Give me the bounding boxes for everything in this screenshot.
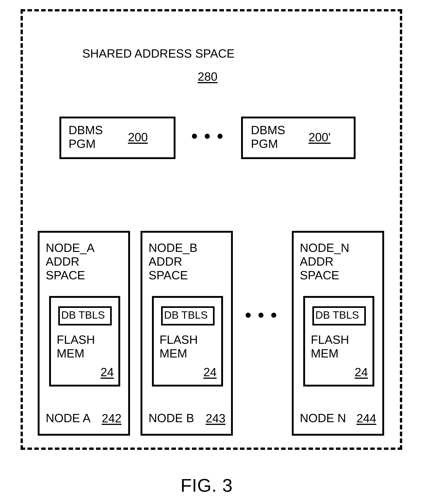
figure-label: FIG. 3 <box>181 475 233 496</box>
pgm-ellipsis <box>192 134 222 139</box>
dot-icon <box>246 313 251 318</box>
node-n-footer-name: NODE N <box>300 412 346 425</box>
node-n-flash-ref: 24 <box>355 365 368 379</box>
node-a-title: NODE_A ADDR SPACE <box>46 241 95 282</box>
dbms-pgm-left-label: DBMS PGM <box>69 124 103 151</box>
dot-icon <box>192 134 197 139</box>
node-a-dbtbls-label: DB TBLS <box>61 309 105 321</box>
node-a-flash-ref: 24 <box>100 365 114 379</box>
node-b-footer-ref: 243 <box>206 412 226 425</box>
dot-icon <box>205 134 210 139</box>
node-a-footer-name: NODE A <box>46 412 91 425</box>
dbms-pgm-left-ref: 200 <box>128 130 148 144</box>
node-a-flash-label: FLASH MEM <box>57 333 95 360</box>
node-n-dbtbls-label: DB TBLS <box>315 309 359 321</box>
shared-address-title: SHARED ADDRESS SPACE <box>82 47 235 61</box>
node-b-flash-label: FLASH MEM <box>159 333 198 360</box>
node-a-footer-ref: 242 <box>102 412 122 425</box>
node-b-title: NODE_B ADDR SPACE <box>148 241 198 282</box>
diagram-canvas: SHARED ADDRESS SPACE 280 DBMS PGM 200 DB… <box>0 0 428 504</box>
node-b-footer-name: NODE B <box>148 412 194 425</box>
dot-icon <box>218 134 222 139</box>
node-ellipsis <box>246 313 276 318</box>
dot-icon <box>258 313 263 318</box>
node-n-footer-ref: 244 <box>356 412 376 425</box>
node-b-flash-ref: 24 <box>203 365 217 379</box>
node-n-flash-label: FLASH MEM <box>311 333 349 360</box>
dbms-pgm-right-label: DBMS PGM <box>251 124 285 151</box>
dot-icon <box>271 313 276 318</box>
dbms-pgm-right-ref: 200' <box>308 130 331 144</box>
node-b-dbtbls-label: DB TBLS <box>164 309 208 321</box>
shared-address-ref: 280 <box>198 70 218 83</box>
node-n-title: NODE_N ADDR SPACE <box>300 241 349 282</box>
